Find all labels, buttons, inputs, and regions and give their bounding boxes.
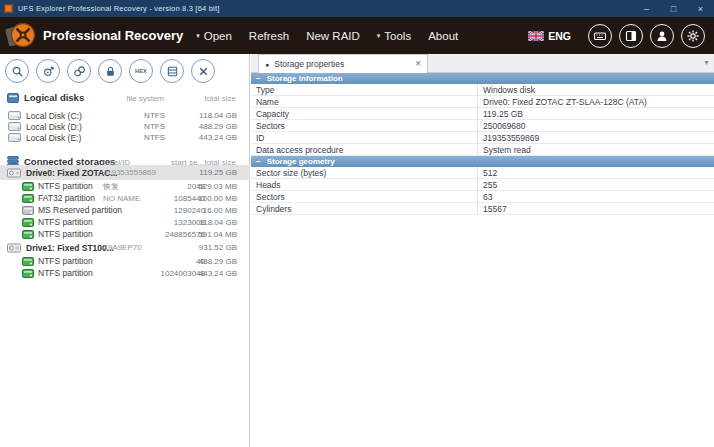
ntfs-partition-icon [22, 269, 34, 278]
settings-button[interactable] [681, 24, 705, 48]
keyboard-icon [593, 29, 607, 43]
storage-toolbar: HEX [5, 59, 222, 83]
property-row[interactable]: Sectors 63 [251, 191, 714, 203]
collapse-icon[interactable]: − [256, 74, 261, 83]
user-icon [655, 29, 669, 43]
property-row[interactable]: ID J19353559869 [251, 132, 714, 144]
property-row[interactable]: Sector size (bytes) 512 [251, 167, 714, 179]
ntfs-partition-icon [22, 218, 34, 227]
hex-viewer-button[interactable]: HEX [129, 59, 153, 83]
raid-builder-button[interactable] [67, 59, 91, 83]
minimize-icon[interactable]: – [633, 0, 660, 17]
drive-row[interactable]: Drive1: Fixed ST100... Z9A9EP70 931.52 G… [0, 240, 250, 255]
menu-right-cluster: ENG [528, 24, 705, 48]
column-header-file-system: file system [126, 94, 164, 103]
logical-disks-list: Local Disk (C:) NTFS 118.04 GB Local Dis… [0, 110, 250, 143]
property-row[interactable]: Data access procedure System read [251, 144, 714, 156]
logical-disk-row[interactable]: Local Disk (C:) NTFS 118.04 GB [0, 110, 250, 121]
gear-icon [686, 29, 700, 43]
hex-icon: HEX [135, 68, 147, 74]
connected-storages-tree: Drive0: Fixed ZOTAC... J19353559869 119.… [0, 165, 250, 279]
tab-label: Storage properties [274, 59, 415, 69]
logo-orb-icon [10, 22, 36, 48]
log-panel-button[interactable] [619, 24, 643, 48]
partition-list-icon [166, 65, 179, 78]
tab-storage-properties[interactable]: ● Storage properties × [258, 54, 428, 73]
partition-row[interactable]: NTFS partition 1323008 118.04 GB [0, 216, 250, 228]
partition-row[interactable]: NTFS partition 40 488.29 GB [0, 255, 250, 267]
reserved-partition-icon [22, 206, 34, 215]
chevron-down-icon: ▾ [196, 32, 200, 40]
section-header-storage-information[interactable]: − Storage information [251, 73, 714, 84]
logical-disks-header: Logical disks [7, 92, 84, 103]
drive-row-selected[interactable]: Drive0: Fixed ZOTAC... J19353559869 119.… [0, 165, 250, 180]
scan-storage-button[interactable] [36, 59, 60, 83]
title-bar: UFS Explorer Professional Recovery - ver… [0, 0, 714, 17]
brand-title: Professional Recovery [43, 28, 183, 43]
ntfs-partition-icon [22, 182, 34, 191]
property-row[interactable]: Heads 255 [251, 179, 714, 191]
search-button[interactable] [5, 59, 29, 83]
chevron-down-icon: ▾ [377, 32, 381, 40]
window-title: UFS Explorer Professional Recovery - ver… [18, 4, 219, 13]
partition-row[interactable]: NTFS partition 1024003048 443.24 GB [0, 267, 250, 279]
menu-item-tools[interactable]: ▾ Tools [377, 30, 411, 42]
disk-icon [8, 111, 21, 120]
language-selector[interactable]: ENG [528, 30, 571, 42]
section-header-storage-geometry[interactable]: − Storage geometry [251, 156, 714, 167]
column-header-total-size: total size [204, 94, 236, 103]
keyboard-button[interactable] [588, 24, 612, 48]
property-row[interactable]: Type Windows disk [251, 84, 714, 96]
partition-row[interactable]: NTFS partition 248856576 591.04 MB [0, 228, 250, 240]
menu-item-open[interactable]: ▾ Open [196, 30, 232, 42]
uk-flag-icon [528, 31, 544, 41]
decrypt-button[interactable] [98, 59, 122, 83]
logical-disks-icon [7, 93, 19, 103]
search-icon [11, 65, 24, 78]
partition-row[interactable]: NTFS partition 恢复 2048 529.03 MB [0, 180, 250, 192]
storage-tree-panel: HEX Logical disks file system total size… [0, 54, 250, 447]
tab-close-icon[interactable]: × [415, 59, 421, 69]
linked-rings-icon [73, 65, 86, 78]
tab-list-dropdown-icon[interactable]: ▼ [703, 59, 710, 66]
tab-status-dot-icon: ● [265, 61, 269, 68]
property-row[interactable]: Name Drive0: Fixed ZOTAC ZT-SLAA-128C (A… [251, 96, 714, 108]
property-row[interactable]: Capacity 119.25 GB [251, 108, 714, 120]
partition-manager-button[interactable] [160, 59, 184, 83]
close-x-icon [198, 66, 209, 77]
app-logo [7, 21, 37, 51]
language-label: ENG [548, 30, 571, 42]
property-row[interactable]: Sectors 250069680 [251, 120, 714, 132]
menu-item-new-raid[interactable]: New RAID [306, 30, 360, 42]
ntfs-partition-icon [22, 230, 34, 239]
fat32-partition-icon [22, 194, 34, 203]
app-icon [4, 4, 13, 13]
physical-drive-icon [7, 168, 21, 178]
log-panel-icon [624, 29, 638, 43]
menu-item-about[interactable]: About [428, 30, 458, 42]
disk-icon [8, 133, 21, 142]
lock-icon [104, 65, 117, 78]
partition-row[interactable]: MS Reserved partition 1290240 16.00 MB [0, 204, 250, 216]
tab-strip: ● Storage properties × ▼ [251, 54, 714, 73]
properties-panel: ● Storage properties × ▼ − Storage infor… [251, 54, 714, 447]
logical-disk-row[interactable]: Local Disk (E:) NTFS 443.24 GB [0, 132, 250, 143]
logical-disk-row[interactable]: Local Disk (D:) NTFS 488.29 GB [0, 121, 250, 132]
property-grid: − Storage information Type Windows disk … [251, 73, 714, 215]
maximize-icon[interactable]: □ [660, 0, 687, 17]
disk-icon [8, 122, 21, 131]
main-menu: ▾ Open Refresh New RAID ▾ Tools About [196, 30, 475, 42]
physical-drive-icon [7, 243, 21, 253]
close-storage-button[interactable] [191, 59, 215, 83]
ntfs-partition-icon [22, 257, 34, 266]
close-icon[interactable]: × [687, 0, 714, 17]
user-button[interactable] [650, 24, 674, 48]
menu-bar: Professional Recovery ▾ Open Refresh New… [0, 17, 714, 54]
partition-row[interactable]: FAT32 partition NO NAME 1085440 100.00 M… [0, 192, 250, 204]
menu-item-refresh[interactable]: Refresh [249, 30, 289, 42]
property-row[interactable]: Cylinders 15567 [251, 203, 714, 215]
collapse-icon[interactable]: − [256, 157, 261, 166]
window-controls: – □ × [633, 0, 714, 17]
scan-storage-icon [42, 65, 55, 78]
